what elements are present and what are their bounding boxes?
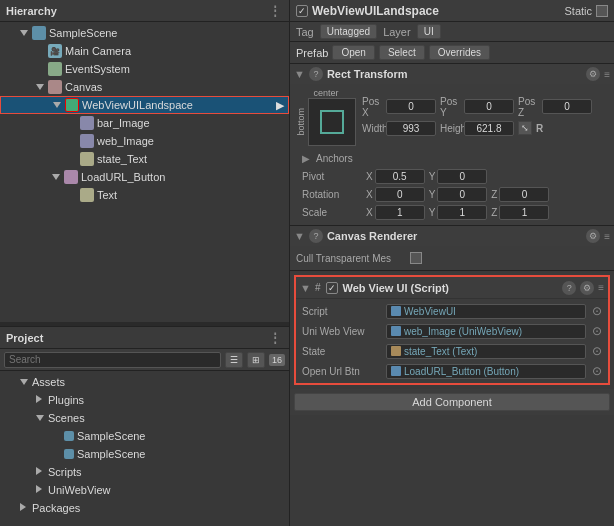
select-button[interactable]: Select bbox=[379, 45, 425, 60]
tree-item-eventsystem[interactable]: EventSystem bbox=[0, 60, 289, 78]
rt-help-icon[interactable]: ? bbox=[309, 67, 323, 81]
object-enabled-checkbox[interactable]: ✓ bbox=[296, 5, 308, 17]
script-state-text: state_Text (Text) bbox=[404, 346, 477, 357]
rot-z-label: Z bbox=[491, 189, 497, 200]
state-arrow[interactable]: ⊙ bbox=[592, 344, 602, 358]
tree-item-maincamera[interactable]: 🎥 Main Camera bbox=[0, 42, 289, 60]
project-menu-icon[interactable]: ⋮ bbox=[269, 331, 283, 345]
rt-expand-icon: ▼ bbox=[294, 68, 305, 80]
project-item-plugins[interactable]: Plugins bbox=[0, 391, 289, 409]
script-script-value[interactable]: WebViewUI bbox=[386, 304, 586, 319]
script-body: Script WebViewUI ⊙ Uni Web View web_Imag… bbox=[296, 299, 608, 383]
layer-dropdown[interactable]: UI bbox=[417, 24, 441, 39]
rect-transform-section: ▼ ? Rect Transform ⚙ ≡ center bottom bbox=[290, 64, 614, 226]
arrow-plugins bbox=[36, 395, 48, 405]
pivot-x-input[interactable] bbox=[375, 169, 425, 184]
posx-input[interactable] bbox=[386, 99, 436, 114]
rot-x-group: X bbox=[366, 187, 425, 202]
scale-x-label: X bbox=[366, 207, 373, 218]
cull-label: Cull Transparent Mes bbox=[296, 253, 406, 264]
scale-y-input[interactable] bbox=[437, 205, 487, 220]
cr-settings-icon[interactable]: ⚙ bbox=[586, 229, 600, 243]
state-obj-icon bbox=[391, 346, 401, 356]
tree-item-barimage[interactable]: bar_Image bbox=[0, 114, 289, 132]
project-item-assets[interactable]: Assets bbox=[0, 373, 289, 391]
height-input[interactable] bbox=[464, 121, 514, 136]
cr-menu-icon[interactable]: ≡ bbox=[604, 231, 610, 242]
hierarchy-menu-icon[interactable]: ⋮ bbox=[269, 4, 283, 18]
project-item-uniwebview[interactable]: UniWebView bbox=[0, 481, 289, 499]
project-item-samplescene2[interactable]: SampleScene bbox=[0, 445, 289, 463]
expand-size-btn[interactable]: ⤡ bbox=[518, 121, 532, 135]
tree-item-text[interactable]: Text bbox=[0, 186, 289, 204]
script-script-text: WebViewUI bbox=[404, 306, 456, 317]
search-input[interactable] bbox=[4, 352, 221, 368]
tree-item-samplescene[interactable]: SampleScene bbox=[0, 24, 289, 42]
cr-help-icon[interactable]: ? bbox=[309, 229, 323, 243]
webview-icon bbox=[65, 98, 79, 112]
rotation-xyz: X Y Z bbox=[366, 187, 602, 202]
uniwebview-arrow[interactable]: ⊙ bbox=[592, 324, 602, 338]
expand-arrow: ▶ bbox=[276, 99, 284, 112]
script-uniwebview-row: Uni Web View web_Image (UniWebView) ⊙ bbox=[296, 321, 608, 341]
scale-z-input[interactable] bbox=[499, 205, 549, 220]
anchors-expand[interactable]: ▶ bbox=[302, 153, 310, 164]
posz-input[interactable] bbox=[542, 99, 592, 114]
rot-z-input[interactable] bbox=[499, 187, 549, 202]
script-uniwebview-value[interactable]: web_Image (UniWebView) bbox=[386, 324, 586, 339]
project-header: Project ⋮ bbox=[0, 327, 289, 349]
openurl-arrow[interactable]: ⊙ bbox=[592, 364, 602, 378]
rot-x-input[interactable] bbox=[375, 187, 425, 202]
static-toggle[interactable] bbox=[596, 5, 608, 17]
rot-y-group: Y bbox=[429, 187, 488, 202]
tree-label-webviewuilandspace: WebViewUILandspace bbox=[82, 99, 193, 111]
script-openurl-value[interactable]: LoadURL_Button (Button) bbox=[386, 364, 586, 379]
project-item-scenes[interactable]: Scenes bbox=[0, 409, 289, 427]
arrow-canvas bbox=[36, 82, 48, 92]
script-uniwebview-text: web_Image (UniWebView) bbox=[404, 326, 522, 337]
project-item-scripts[interactable]: Scripts bbox=[0, 463, 289, 481]
tree-label-samplescene: SampleScene bbox=[49, 27, 118, 39]
tree-label-statetext: state_Text bbox=[97, 153, 147, 165]
pivot-y-input[interactable] bbox=[437, 169, 487, 184]
open-button[interactable]: Open bbox=[332, 45, 374, 60]
script-enabled-checkbox[interactable]: ✓ bbox=[326, 282, 338, 294]
script-script-row: Script WebViewUI ⊙ bbox=[296, 301, 608, 321]
left-panel: Hierarchy ⋮ SampleScene 🎥 Main Camera bbox=[0, 0, 290, 526]
canvas-renderer-header[interactable]: ▼ ? Canvas Renderer ⚙ ≡ bbox=[290, 226, 614, 246]
script-script-arrow[interactable]: ⊙ bbox=[592, 304, 602, 318]
rect-transform-header[interactable]: ▼ ? Rect Transform ⚙ ≡ bbox=[290, 64, 614, 84]
add-component-button[interactable]: Add Component bbox=[294, 393, 610, 411]
script-menu-icon[interactable]: ≡ bbox=[598, 282, 604, 293]
project-toolbar: ☰ ⊞ 16 bbox=[0, 349, 289, 371]
uniwebview-obj-icon bbox=[391, 326, 401, 336]
overrides-button[interactable]: Overrides bbox=[429, 45, 490, 60]
tree-item-canvas[interactable]: Canvas bbox=[0, 78, 289, 96]
project-item-packages[interactable]: Packages bbox=[0, 499, 289, 517]
project-item-samplescene1[interactable]: SampleScene bbox=[0, 427, 289, 445]
script-script-label: Script bbox=[302, 306, 382, 317]
rt-menu-icon[interactable]: ≡ bbox=[604, 69, 610, 80]
width-input[interactable] bbox=[386, 121, 436, 136]
rot-x-label: X bbox=[366, 189, 373, 200]
filter-icon[interactable]: ☰ bbox=[225, 352, 243, 368]
tree-item-loadurlbutton[interactable]: LoadURL_Button bbox=[0, 168, 289, 186]
pivot-label: Pivot bbox=[302, 171, 362, 182]
script-help-icon[interactable]: ? bbox=[562, 281, 576, 295]
cull-checkbox[interactable] bbox=[410, 252, 422, 264]
scale-x-input[interactable] bbox=[375, 205, 425, 220]
tree-item-webimage[interactable]: web_Image bbox=[0, 132, 289, 150]
tag-dropdown[interactable]: Untagged bbox=[320, 24, 377, 39]
tree-item-statetext[interactable]: state_Text bbox=[0, 150, 289, 168]
rot-y-input[interactable] bbox=[437, 187, 487, 202]
project-label-packages: Packages bbox=[32, 502, 80, 514]
arrow-scenes bbox=[36, 413, 48, 423]
layout-icon[interactable]: ⊞ bbox=[247, 352, 265, 368]
script-state-value[interactable]: state_Text (Text) bbox=[386, 344, 586, 359]
posy-input[interactable] bbox=[464, 99, 514, 114]
script-settings-icon[interactable]: ⚙ bbox=[580, 281, 594, 295]
arrow-loadurlbutton bbox=[52, 172, 64, 182]
project-panel: Project ⋮ ☰ ⊞ 16 Assets Plugins bbox=[0, 326, 289, 526]
tree-item-webviewuilandspace[interactable]: WebViewUILandspace ▶ bbox=[0, 96, 289, 114]
rt-settings-icon[interactable]: ⚙ bbox=[586, 67, 600, 81]
